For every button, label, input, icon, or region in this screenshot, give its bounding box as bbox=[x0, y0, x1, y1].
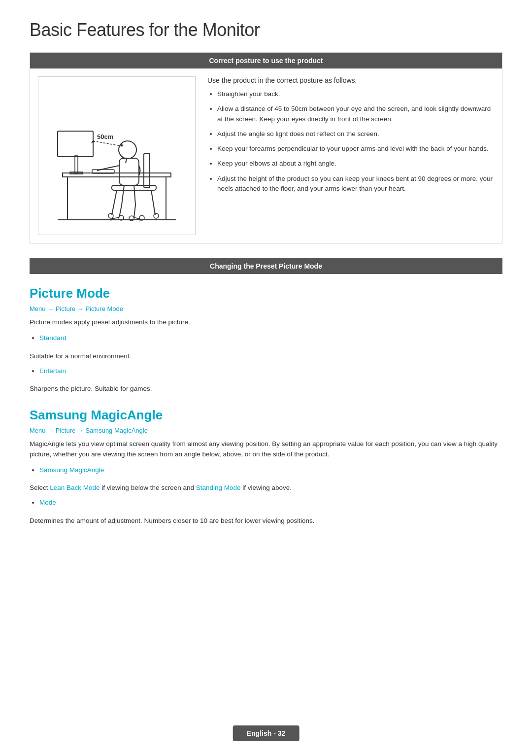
posture-bullet-6: Adjust the height of the product so you … bbox=[217, 174, 494, 194]
posture-bullet-4: Keep your forearms perpendicular to your… bbox=[217, 144, 494, 154]
picture-mode-section: Picture Mode Menu → Picture → Picture Mo… bbox=[30, 286, 502, 394]
magicangle-item-1: Samsung MagicAngle bbox=[39, 465, 502, 475]
picture-mode-entertain-label: Entertain bbox=[39, 367, 66, 375]
magicangle-item1-label: Samsung MagicAngle bbox=[39, 466, 104, 474]
svg-line-10 bbox=[151, 190, 155, 215]
svg-point-11 bbox=[108, 213, 113, 218]
picture-mode-item-standard: Standard bbox=[39, 333, 502, 343]
svg-rect-4 bbox=[75, 156, 78, 173]
samsung-magicangle-desc: MagicAngle lets you view optimal screen … bbox=[30, 439, 502, 459]
magicangle-items: Samsung MagicAngle bbox=[30, 465, 502, 475]
posture-bullet-5: Keep your elbows at about a right angle. bbox=[217, 159, 494, 169]
correct-posture-section: Correct posture to use the product bbox=[30, 52, 502, 243]
posture-bullet-3: Adjust the angle so light does not refle… bbox=[217, 129, 494, 139]
svg-text:50cm: 50cm bbox=[97, 133, 113, 140]
picture-mode-items: Standard bbox=[30, 333, 502, 343]
picture-mode-desc: Picture modes apply preset adjustments t… bbox=[30, 317, 502, 327]
posture-bullet-1: Straighten your back. bbox=[217, 89, 494, 99]
posture-text-content: Use the product in the correct posture a… bbox=[207, 76, 494, 235]
svg-line-20 bbox=[93, 141, 121, 146]
picture-mode-standard-desc: Suitable for a normal environment. bbox=[30, 351, 502, 361]
lean-back-mode-link[interactable]: Lean Back Mode bbox=[50, 484, 100, 491]
page-footer: English - 32 bbox=[233, 725, 299, 741]
picture-mode-items-2: Entertain bbox=[30, 366, 502, 376]
picture-mode-breadcrumb: Menu → Picture → Picture Mode bbox=[30, 305, 502, 312]
magicangle-item1-desc: Select Lean Back Mode if viewing below t… bbox=[30, 483, 502, 493]
svg-rect-0 bbox=[63, 173, 171, 177]
magicangle-desc-mid: if viewing below the screen and bbox=[100, 484, 196, 491]
magicangle-items-2: Mode bbox=[30, 498, 502, 508]
posture-intro: Use the product in the correct posture a… bbox=[207, 76, 494, 84]
svg-rect-16 bbox=[119, 158, 139, 185]
svg-line-9 bbox=[112, 190, 117, 215]
magicangle-item-mode: Mode bbox=[39, 498, 502, 508]
svg-point-15 bbox=[154, 213, 159, 218]
page-title: Basic Features for the Monitor bbox=[30, 20, 502, 40]
svg-rect-6 bbox=[58, 131, 93, 157]
magicangle-desc-before: Select bbox=[30, 484, 50, 491]
changing-preset-header: Changing the Preset Picture Mode bbox=[30, 258, 502, 274]
samsung-magicangle-title: Samsung MagicAngle bbox=[30, 408, 502, 423]
magicangle-mode-desc: Determines the amount of adjustment. Num… bbox=[30, 516, 502, 526]
standing-mode-link[interactable]: Standing Mode bbox=[196, 484, 241, 491]
svg-point-17 bbox=[119, 141, 136, 159]
magicangle-mode-label: Mode bbox=[39, 499, 56, 506]
posture-illustration: 50cm bbox=[48, 82, 186, 230]
posture-image: 50cm bbox=[38, 76, 196, 235]
picture-mode-title: Picture Mode bbox=[30, 286, 502, 301]
samsung-magicangle-section: Samsung MagicAngle Menu → Picture → Sams… bbox=[30, 408, 502, 526]
correct-posture-header: Correct posture to use the product bbox=[30, 53, 502, 69]
samsung-magicangle-breadcrumb: Menu → Picture → Samsung MagicAngle bbox=[30, 427, 502, 434]
picture-mode-item-entertain: Entertain bbox=[39, 366, 502, 376]
svg-rect-8 bbox=[144, 153, 150, 188]
picture-mode-standard-label: Standard bbox=[39, 334, 66, 342]
svg-line-18 bbox=[126, 159, 127, 163]
posture-bullet-2: Allow a distance of 45 to 50cm between y… bbox=[217, 104, 494, 124]
magicangle-desc-after: if viewing above. bbox=[241, 484, 292, 491]
posture-bullets: Straighten your back. Allow a distance o… bbox=[207, 89, 494, 194]
picture-mode-entertain-desc: Sharpens the picture. Suitable for games… bbox=[30, 384, 502, 394]
